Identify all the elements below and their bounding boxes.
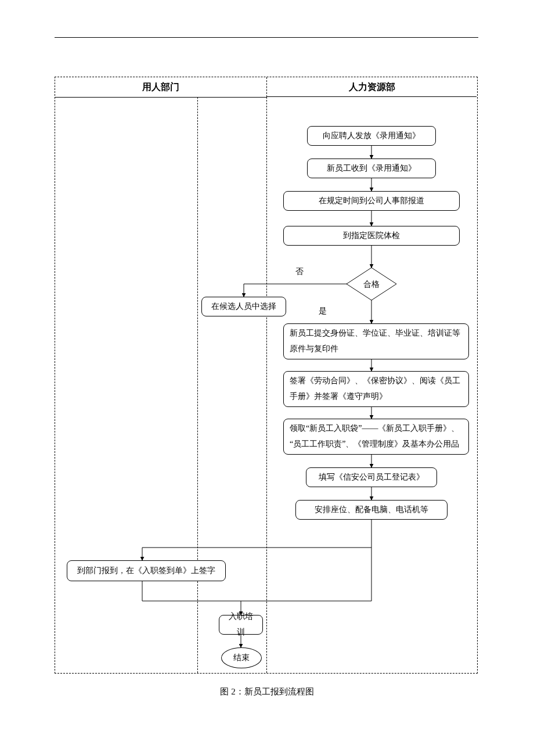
node-medical-check: 到指定医院体检 xyxy=(283,226,460,246)
decision-label: 合格 xyxy=(363,280,380,289)
node-send-offer: 向应聘人发放《录用通知》 xyxy=(307,126,436,146)
node-select-alternative: 在候选人员中选择 xyxy=(201,297,286,316)
figure-caption: 图 2：新员工报到流程图 xyxy=(0,686,534,697)
node-report-hr: 在规定时间到公司人事部报道 xyxy=(283,191,460,211)
node-arrange-desk: 安排座位、配备电脑、电话机等 xyxy=(295,500,448,520)
node-receive-offer: 新员工收到《录用通知》 xyxy=(307,159,436,178)
node-fill-form: 填写《信安公司员工登记表》 xyxy=(306,467,437,487)
swimlane-frame: 用人部门 人力资源部 xyxy=(55,77,478,674)
label-yes: 是 xyxy=(319,306,327,316)
label-no: 否 xyxy=(295,267,304,277)
page-rule xyxy=(55,37,478,38)
node-sign-contracts: 签署《劳动合同》、《保密协议》、阅读《员工手册》并签署《遵守声明》 xyxy=(283,371,469,407)
node-training: 入职培训 xyxy=(219,615,263,635)
lane-divider-aux xyxy=(197,97,198,673)
decision-qualified: 合格 xyxy=(345,267,398,301)
lane-title-right: 人力资源部 xyxy=(266,77,477,97)
lane-divider-main xyxy=(266,97,267,673)
node-end: 结束 xyxy=(221,647,262,668)
lane-title-left: 用人部门 xyxy=(55,77,266,98)
node-submit-docs: 新员工提交身份证、学位证、毕业证、培训证等原件与复印件 xyxy=(283,323,469,359)
node-dept-report: 到部门报到，在《入职签到单》上签字 xyxy=(67,560,226,581)
node-receive-kit: 领取“新员工入职袋”——《新员工入职手册》、“员工工作职责”、《管理制度》及基本… xyxy=(283,419,469,455)
